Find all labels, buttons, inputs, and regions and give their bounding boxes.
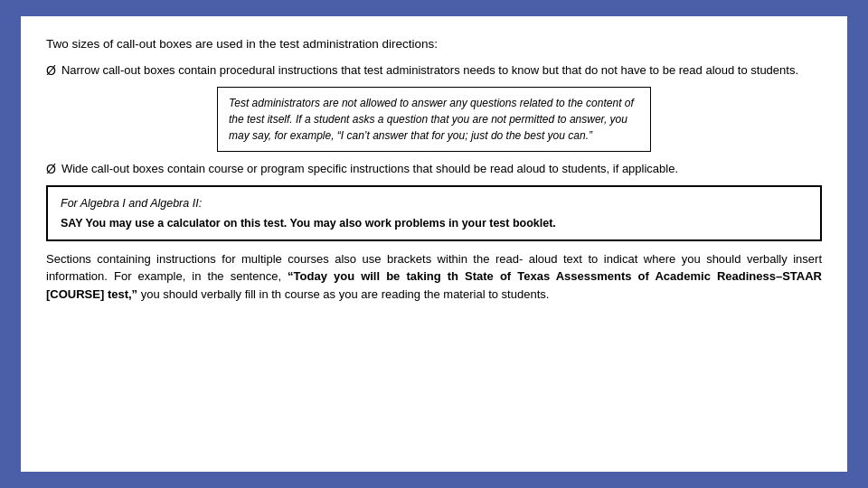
bottom-paragraph: Sections containing instructions for mul… (46, 250, 822, 304)
callout-wide-box: For Algebra I and Algebra II: SAY You ma… (46, 185, 822, 241)
bullet-2-section: Ø Wide call-out boxes contain course or … (46, 161, 822, 241)
bottom-plain-2: you should verbally fill in th course as… (137, 287, 549, 301)
callout-wide-body: SAY You may use a calculator on this tes… (61, 214, 807, 232)
bullet-1-row: Ø Narrow call-out boxes contain procedur… (46, 62, 822, 80)
slide-container: Two sizes of call-out boxes are used in … (18, 14, 850, 474)
bullet-2-arrow: Ø (46, 162, 56, 176)
bullet-1-arrow: Ø (46, 63, 56, 78)
bullet-1-section: Ø Narrow call-out boxes contain procedur… (46, 62, 822, 152)
callout-narrow-text: Test administrators are not allowed to a… (229, 97, 634, 142)
intro-text: Two sizes of call-out boxes are used in … (46, 36, 822, 53)
bullet-2-row: Ø Wide call-out boxes contain course or … (46, 161, 822, 178)
callout-wide-title: For Algebra I and Algebra II: (61, 194, 807, 212)
right-fade-overlay (831, 16, 847, 472)
bullet-1-text: Narrow call-out boxes contain procedural… (61, 62, 798, 80)
bullet-2-text: Wide call-out boxes contain course or pr… (61, 161, 678, 178)
callout-narrow-box: Test administrators are not allowed to a… (217, 87, 651, 152)
